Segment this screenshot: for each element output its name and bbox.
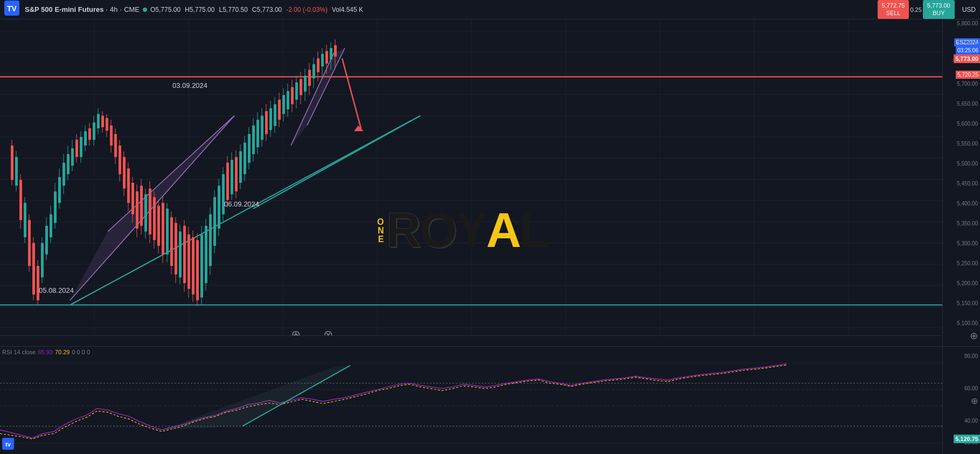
price-5800: 5,800.00 — [957, 20, 978, 26]
rsi-chart — [0, 347, 942, 454]
timeframe[interactable]: · — [106, 5, 108, 13]
price-axis: ESZ2024 03:25:06 5,773.00 5,720.25 5,800… — [942, 19, 980, 346]
rsi-zeros: 0 0 0 0 — [72, 349, 90, 355]
high-value: H5,775.00 — [185, 6, 214, 13]
price-5400: 5,400.00 — [957, 201, 978, 207]
price-5500: 5,500.00 — [957, 161, 978, 167]
buy-button[interactable]: 5,773.00 BUY — [923, 0, 955, 18]
price-5550: 5,550.00 — [957, 141, 978, 147]
time-axis — [0, 335, 942, 346]
rsi-level-80: 80.00 — [964, 353, 978, 359]
rsi-val1: 65.93 — [38, 349, 53, 355]
time-badge: 03:25:06 — [956, 46, 980, 54]
tradingview-logo[interactable]: TV — [4, 1, 19, 18]
price-5150: 5,150.00 — [957, 300, 978, 306]
resistance-badge: 5,720.25 — [956, 71, 980, 79]
symbol-info: S&P 500 E-mini Futures · 4h · CME — [25, 5, 140, 13]
svg-text:tv: tv — [5, 441, 11, 448]
price-chart — [0, 19, 942, 346]
price-5650: 5,650.00 — [957, 101, 978, 107]
price-5350: 5,350.00 — [957, 221, 978, 226]
date-label-1: 03.09.2024 — [172, 81, 207, 90]
date-label-2: 06.09.2024 — [224, 200, 259, 208]
price-5450: 5,450.00 — [957, 181, 978, 187]
date-label-3: 05.08.2024 — [39, 286, 74, 294]
rsi-label: RSI 14 close — [2, 349, 36, 355]
price-5600: 5,600.00 — [957, 121, 978, 127]
rsi-label-group: RSI 14 close 65.93 70.29 0 0 0 0 — [2, 349, 90, 355]
separator: · — [120, 5, 122, 13]
brand-logo: O N E R O Y A L — [377, 203, 547, 258]
low-value: L5,770.50 — [219, 6, 247, 13]
price-change: -2.00 (-0.03%) — [286, 6, 328, 13]
price-axis-scroll[interactable]: ⊕ — [970, 330, 978, 342]
support-badge: 5,120.75 — [954, 435, 980, 443]
rsi-val2: 70.29 — [55, 349, 70, 355]
rsi-price-axis: 80.00 60.00 40.00 20.00 ⊕ 5,120.75 — [942, 346, 980, 454]
open-value: O5,775.00 — [150, 6, 180, 13]
price-5700: 5,700.00 — [957, 81, 978, 87]
main-chart: 03.09.2024 06.09.2024 05.08.2024 O N E R… — [0, 19, 942, 346]
price-5200: 5,200.00 — [957, 280, 978, 286]
svg-text:TV: TV — [7, 4, 17, 13]
volume: Vol4.545 K — [332, 6, 363, 13]
chart-container: TV S&P 500 E-mini Futures · 4h · CME O5,… — [0, 0, 980, 454]
symbol-name: S&P 500 E-mini Futures — [25, 5, 103, 13]
exchange: CME — [124, 5, 140, 13]
tradingview-watermark: tv — [2, 438, 14, 452]
timeframe-value[interactable]: 4h — [110, 5, 117, 13]
price-5300: 5,300.00 — [957, 240, 978, 246]
sell-button[interactable]: 5,772.75 SELL — [878, 0, 909, 18]
rsi-panel: RSI 14 close 65.93 70.29 0 0 0 0 — [0, 346, 942, 454]
price-5100: 5,100.00 — [957, 320, 978, 326]
spread: 0.25 — [910, 6, 921, 13]
price-5750: 5,750.00 — [957, 40, 978, 46]
price-5250: 5,250.00 — [957, 260, 978, 266]
order-buttons: 5,772.75 SELL 0.25 5,773.00 BUY — [878, 0, 955, 18]
rsi-level-60: 60.00 — [964, 386, 978, 391]
price-dot — [143, 8, 147, 12]
ohlc-info: O5,775.00 H5,775.00 L5,770.50 C5,773.00 … — [150, 6, 363, 13]
currency-label: USD — [962, 6, 976, 13]
rsi-level-40: 40.00 — [964, 418, 978, 424]
toolbar: TV S&P 500 E-mini Futures · 4h · CME O5,… — [0, 0, 980, 19]
rsi-scroll[interactable]: ⊕ — [971, 395, 978, 405]
close-value: C5,773.00 — [252, 6, 282, 13]
current-price-badge: 5,773.00 — [954, 54, 980, 63]
